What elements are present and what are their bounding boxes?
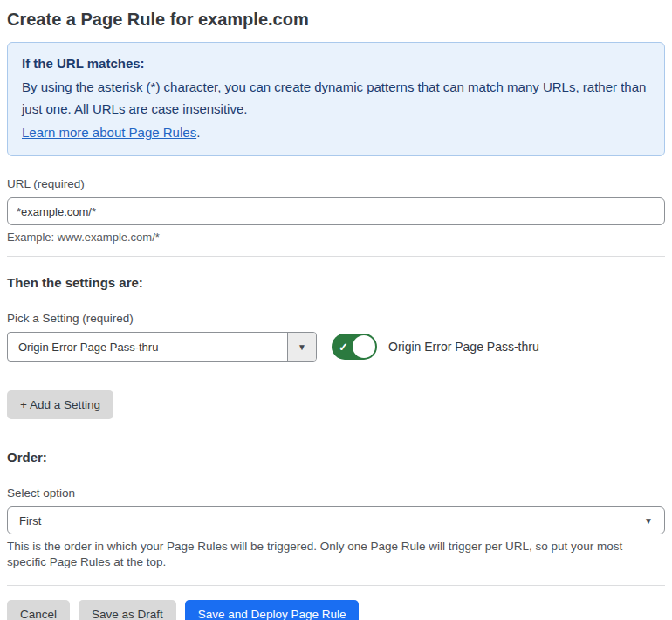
setting-toggle[interactable]: ✓: [332, 334, 377, 360]
save-deploy-button[interactable]: Save and Deploy Page Rule: [185, 600, 360, 620]
setting-dropdown-value: Origin Error Page Pass-thru: [8, 333, 287, 361]
url-field-label: URL (required): [7, 177, 665, 191]
cancel-button[interactable]: Cancel: [7, 600, 70, 620]
info-link-line: Learn more about Page Rules.: [22, 121, 650, 143]
divider: [7, 431, 665, 431]
add-setting-button[interactable]: + Add a Setting: [7, 390, 113, 419]
setting-dropdown[interactable]: Origin Error Page Pass-thru ▼: [7, 332, 317, 362]
check-icon: ✓: [339, 341, 348, 353]
toggle-knob: [353, 335, 375, 358]
url-input[interactable]: [7, 197, 665, 225]
pick-setting-label: Pick a Setting (required): [7, 312, 665, 326]
order-select[interactable]: First ▼: [7, 506, 665, 534]
chevron-down-icon: ▼: [644, 516, 653, 526]
url-field-helper: Example: www.example.com/*: [7, 231, 665, 245]
link-suffix: .: [196, 125, 200, 140]
order-select-value: First: [19, 514, 41, 527]
learn-more-link[interactable]: Learn more about Page Rules: [22, 125, 196, 140]
page-title: Create a Page Rule for example.com: [7, 9, 665, 30]
settings-section-heading: Then the settings are:: [7, 275, 665, 291]
info-box-heading: If the URL matches:: [22, 53, 650, 74]
divider: [7, 256, 665, 257]
order-helper-text: This is the order in which your Page Rul…: [7, 539, 653, 570]
order-section-heading: Order:: [7, 450, 665, 465]
save-draft-button[interactable]: Save as Draft: [79, 600, 176, 620]
setting-toggle-label: Origin Error Page Pass-thru: [388, 340, 539, 354]
chevron-down-icon: ▼: [298, 342, 306, 352]
footer-actions: Cancel Save as Draft Save and Deploy Pag…: [7, 600, 665, 620]
order-select-label: Select option: [7, 486, 665, 500]
setting-dropdown-arrow-button[interactable]: ▼: [287, 333, 316, 361]
url-match-info-box: If the URL matches: By using the asteris…: [7, 42, 665, 156]
info-box-body: By using the asterisk (*) character, you…: [22, 76, 650, 120]
divider: [7, 585, 665, 586]
picker-row: Origin Error Page Pass-thru ▼ ✓ Origin E…: [7, 332, 665, 362]
